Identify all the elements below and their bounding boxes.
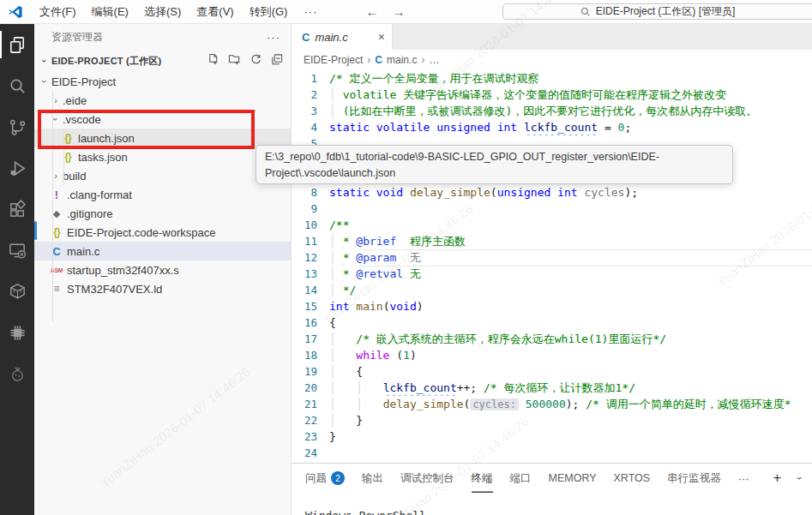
code-token: │ xyxy=(329,235,336,248)
line-number[interactable]: 21 xyxy=(292,396,329,412)
line-number[interactable]: 10 xyxy=(292,217,329,233)
code-line-1[interactable]: 1/* 定义一个全局变量，用于在调试时观察 xyxy=(292,70,812,87)
line-number[interactable]: 3 xyxy=(292,103,329,119)
menu-item-4[interactable]: 转到(G) xyxy=(242,0,296,23)
panel-tab-串行监视器[interactable]: 串行监视器 xyxy=(667,464,721,493)
tree-item-startup_stm32f407xx.s[interactable]: ASMstartup_stm32f407xx.s xyxy=(34,260,291,279)
line-number[interactable]: 4 xyxy=(292,119,329,135)
tree-item-.gitignore[interactable]: ◆.gitignore xyxy=(34,204,291,223)
sidebar-more-button[interactable]: ··· xyxy=(267,31,280,44)
line-number[interactable]: 19 xyxy=(292,363,329,380)
new-file-icon[interactable] xyxy=(207,53,220,69)
line-number[interactable]: 24 xyxy=(292,445,329,461)
line-number[interactable]: 8 xyxy=(292,184,329,201)
line-number[interactable]: 17 xyxy=(292,331,329,347)
breadcrumb-item-1[interactable]: main.c xyxy=(387,54,417,66)
code-line-22[interactable]: 22│ } xyxy=(292,412,812,428)
eide-project-icon[interactable] xyxy=(0,271,34,312)
tree-item-EIDE-Project.code-workspace[interactable]: {}EIDE-Project.code-workspace xyxy=(34,223,291,242)
code-line-24[interactable]: 24 xyxy=(292,445,812,461)
line-number[interactable]: 15 xyxy=(292,298,329,314)
code-area[interactable]: 1/* 定义一个全局变量，用于在调试时观察2│ volatile 关键字告诉编译… xyxy=(292,70,812,463)
line-number[interactable]: 20 xyxy=(292,380,329,396)
line-number[interactable]: 23 xyxy=(292,428,329,445)
breadcrumb-item-2[interactable]: … xyxy=(429,54,439,66)
nav-back-icon[interactable]: ← xyxy=(365,4,378,19)
code-line-21[interactable]: 21│ │ delay_simple(cycles: 500000); /* 调… xyxy=(292,396,812,412)
code-line-2[interactable]: 2│ volatile 关键字告诉编译器，这个变量的值随时可能在程序逻辑之外被改… xyxy=(292,87,812,103)
breadcrumb-item-0[interactable]: EIDE-Project xyxy=(304,54,363,66)
tree-item-EIDE-Project[interactable]: ›EIDE-Project xyxy=(34,72,291,91)
panel-tab-输出[interactable]: 输出 xyxy=(362,464,383,493)
code-token: void xyxy=(389,300,416,313)
close-icon[interactable]: × xyxy=(378,30,385,44)
code-line-19[interactable]: 19│ { xyxy=(292,363,812,380)
line-number[interactable]: 2 xyxy=(292,87,329,103)
tree-item-.eide[interactable]: ›.eide xyxy=(34,91,291,110)
code-line-12[interactable]: 12│ * @param 无 xyxy=(292,249,812,266)
code-line-10[interactable]: 10/** xyxy=(292,217,812,233)
line-number[interactable]: 16 xyxy=(292,314,329,331)
panel-tab-XRTOS[interactable]: XRTOS xyxy=(614,464,651,493)
command-center-search[interactable]: EIDE-Project (工作区) [管理员] xyxy=(502,3,812,20)
explorer-icon[interactable] xyxy=(0,24,34,65)
menu-item-3[interactable]: 查看(V) xyxy=(189,0,241,23)
tab-main-c[interactable]: C main.c × xyxy=(292,24,393,50)
chip-icon[interactable] xyxy=(0,312,34,353)
code-line-3[interactable]: 3│ (比如在中断里，或被调试器修改)，因此不要对它进行优化，每次都从内存中读取… xyxy=(292,103,812,119)
line-number[interactable]: 14 xyxy=(292,282,329,298)
menu-item-2[interactable]: 选择(S) xyxy=(136,0,189,23)
remote-explorer-icon[interactable] xyxy=(0,230,34,271)
platformio-icon[interactable] xyxy=(0,353,34,394)
panel-tab-端口[interactable]: 端口 xyxy=(510,464,532,493)
chevron-down-icon[interactable]: › xyxy=(795,476,805,480)
panel-tab-终端[interactable]: 终端 xyxy=(472,464,493,493)
panel-tab-问题[interactable]: 问题2 xyxy=(305,464,345,493)
tree-item-STM32F407VEX.ld[interactable]: ≡STM32F407VEX.ld xyxy=(34,279,291,298)
line-number[interactable]: 13 xyxy=(292,266,329,282)
code-line-23[interactable]: 23} xyxy=(292,428,812,445)
tree-item-.vscode[interactable]: ›.vscode xyxy=(34,110,291,129)
line-number[interactable]: 12 xyxy=(292,249,329,266)
tree-item-main.c[interactable]: Cmain.c xyxy=(34,242,291,260)
code-line-14[interactable]: 14│ */ xyxy=(292,282,812,298)
json-icon: {} xyxy=(49,226,64,238)
code-line-4[interactable]: 4static volatile unsigned int lckfb_coun… xyxy=(292,119,812,135)
title-bar: 文件(F)编辑(E)选择(S)查看(V)转到(G) ··· ← → EIDE-P… xyxy=(0,0,812,24)
line-number[interactable]: 18 xyxy=(292,347,329,363)
menu-item-1[interactable]: 编辑(E) xyxy=(84,0,136,23)
nav-forward-icon[interactable]: → xyxy=(392,4,405,19)
workspace-section-header[interactable]: › EIDE-PROJECT (工作区) xyxy=(34,50,291,72)
panel-tab-调试控制台[interactable]: 调试控制台 xyxy=(400,464,454,493)
run-debug-icon[interactable] xyxy=(0,147,34,189)
line-number[interactable]: 1 xyxy=(292,70,329,87)
code-line-15[interactable]: 15int main(void) xyxy=(292,298,812,314)
new-terminal-button[interactable]: + xyxy=(773,470,781,486)
tree-item-launch.json[interactable]: {}launch.json xyxy=(34,129,291,147)
code-line-16[interactable]: 16{ xyxy=(292,314,812,331)
tree-item-tasks.json[interactable]: {}tasks.json xyxy=(34,147,291,166)
panel-more-button[interactable]: ··· xyxy=(738,472,749,485)
line-content: int main(void) xyxy=(329,298,812,314)
code-line-17[interactable]: 17│ /* 嵌入式系统的主循环，程序会永远在while(1)里面运行*/ xyxy=(292,331,812,347)
collapse-all-icon[interactable] xyxy=(271,53,284,69)
search-icon[interactable] xyxy=(0,65,34,106)
code-line-8[interactable]: 8static void delay_simple(unsigned int c… xyxy=(292,184,812,201)
panel-tab-MEMORY[interactable]: MEMORY xyxy=(549,464,597,493)
code-line-20[interactable]: 20│ │ lckfb_count++; /* 每次循环，让计数器加1*/ xyxy=(292,380,812,396)
line-number[interactable]: 22 xyxy=(292,412,329,428)
code-line-11[interactable]: 11│ * @brief 程序主函数 xyxy=(292,233,812,249)
code-line-13[interactable]: 13│ * @retval 无 xyxy=(292,266,812,282)
tree-item-.clang-format[interactable]: !.clang-format xyxy=(34,185,291,204)
code-line-18[interactable]: 18│ while (1) xyxy=(292,347,812,363)
refresh-icon[interactable] xyxy=(250,53,262,69)
menu-item-0[interactable]: 文件(F) xyxy=(32,0,84,23)
line-number[interactable]: 9 xyxy=(292,201,329,217)
tree-item-build[interactable]: ›build xyxy=(34,166,291,185)
line-number[interactable]: 11 xyxy=(292,233,329,249)
menu-more-button[interactable]: ··· xyxy=(295,5,326,18)
source-control-icon[interactable] xyxy=(0,106,34,147)
extensions-icon[interactable] xyxy=(0,189,34,230)
new-folder-icon[interactable] xyxy=(228,53,241,69)
code-line-9[interactable]: 9 xyxy=(292,201,812,217)
